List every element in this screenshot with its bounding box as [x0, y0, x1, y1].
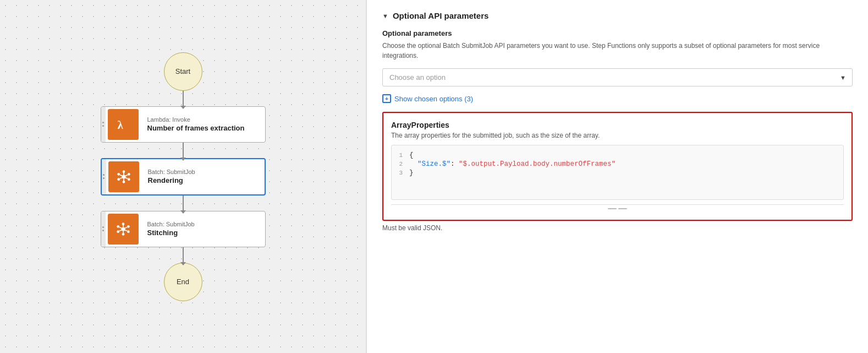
svg-point-3	[122, 181, 125, 183]
show-options-label: Show chosen options (3)	[394, 95, 473, 103]
batch2-subtitle: Batch: SubmitJob	[147, 221, 259, 227]
array-properties-container: ArrayProperties The array properties for…	[382, 112, 853, 221]
batch2-side-bar	[101, 211, 106, 247]
code-editor[interactable]: 1 { 2 "Size.$": "$.output.Payload.body.n…	[391, 145, 844, 200]
batch1-icon	[108, 161, 139, 192]
code-content-2: "Size.$": "$.output.Payload.body.numberO…	[409, 160, 616, 168]
svg-line-26	[124, 230, 127, 231]
batch1-text: Batch: SubmitJob Rendering	[141, 164, 265, 189]
start-node[interactable]: Start	[164, 52, 202, 91]
optional-params-label: Optional parameters	[382, 29, 853, 37]
svg-point-16	[122, 233, 124, 236]
flow-diagram-panel: Start λ Lambda: Invoke Number of frames …	[0, 0, 366, 353]
svg-point-14	[121, 227, 125, 231]
svg-point-17	[117, 225, 119, 228]
batch2-node[interactable]: Batch: SubmitJob Stitching	[101, 211, 266, 247]
code-content-1: {	[409, 151, 414, 159]
svg-line-13	[125, 177, 128, 178]
svg-point-15	[122, 222, 124, 225]
code-line-2: 2 "Size.$": "$.output.Payload.body.numbe…	[392, 160, 843, 169]
show-options-link[interactable]: + Show chosen options (3)	[382, 94, 853, 103]
svg-point-18	[127, 225, 130, 228]
array-props-title: ArrayProperties	[391, 121, 844, 129]
line-num-2: 2	[392, 161, 409, 167]
lambda-side-bar	[101, 107, 106, 142]
svg-line-11	[125, 175, 128, 176]
optional-params-desc: Choose the optional Batch SubmitJob API …	[382, 41, 853, 61]
right-panel: ▼ Optional API parameters Optional param…	[367, 0, 868, 353]
code-content-3: }	[409, 169, 414, 177]
code-line-1: 1 {	[392, 151, 843, 160]
batch1-side-bar	[102, 159, 106, 194]
end-label: End	[177, 278, 189, 286]
code-key: "Size.$"	[417, 160, 451, 168]
svg-text:λ: λ	[117, 118, 123, 132]
dropdown-wrapper: Choose an option ▼	[382, 68, 853, 86]
batch1-node[interactable]: Batch: SubmitJob Rendering	[101, 158, 266, 195]
code-value: "$.output.Payload.body.numberOfFrames"	[459, 160, 616, 168]
batch1-subtitle: Batch: SubmitJob	[148, 169, 258, 175]
lambda-subtitle: Lambda: Invoke	[147, 116, 259, 123]
batch2-icon	[108, 214, 139, 245]
svg-point-5	[128, 173, 130, 176]
code-line-3: 3 }	[392, 169, 843, 177]
lambda-node[interactable]: λ Lambda: Invoke Number of frames extrac…	[101, 106, 266, 143]
option-dropdown[interactable]: Choose an option	[382, 68, 853, 86]
connector-3	[183, 195, 184, 211]
line-num-3: 3	[392, 170, 409, 176]
array-props-desc: The array properties for the submitted j…	[391, 132, 844, 139]
svg-line-12	[120, 177, 123, 178]
svg-point-2	[122, 170, 125, 173]
resize-handle[interactable]	[391, 204, 844, 212]
svg-point-20	[127, 230, 130, 233]
svg-line-23	[119, 227, 122, 228]
connector-4	[183, 247, 184, 263]
svg-point-6	[117, 178, 120, 181]
svg-point-1	[122, 175, 125, 178]
line-num-1: 1	[392, 152, 409, 159]
svg-line-24	[124, 227, 127, 228]
connector-2	[183, 143, 184, 158]
lambda-text: Lambda: Invoke Number of frames extracti…	[141, 112, 265, 137]
svg-point-7	[128, 178, 130, 181]
show-options-icon: +	[382, 94, 391, 103]
section-header: ▼ Optional API parameters	[382, 11, 853, 20]
svg-point-19	[117, 230, 119, 233]
start-label: Start	[175, 67, 190, 75]
svg-point-4	[117, 173, 120, 176]
resize-handle-dots	[608, 208, 627, 209]
batch1-title: Rendering	[148, 176, 258, 184]
batch2-title: Stitching	[147, 229, 259, 237]
flow-diagram: Start λ Lambda: Invoke Number of frames …	[101, 52, 266, 301]
end-node[interactable]: End	[164, 263, 202, 301]
batch2-text: Batch: SubmitJob Stitching	[141, 216, 265, 241]
lambda-icon: λ	[108, 109, 139, 140]
lambda-title: Number of frames extraction	[147, 124, 259, 132]
svg-line-25	[119, 230, 122, 231]
section-title: Optional API parameters	[393, 11, 489, 20]
svg-line-10	[120, 175, 123, 176]
must-be-valid-label: Must be valid JSON.	[382, 224, 853, 232]
connector-1	[183, 91, 184, 106]
collapse-icon[interactable]: ▼	[382, 13, 388, 19]
